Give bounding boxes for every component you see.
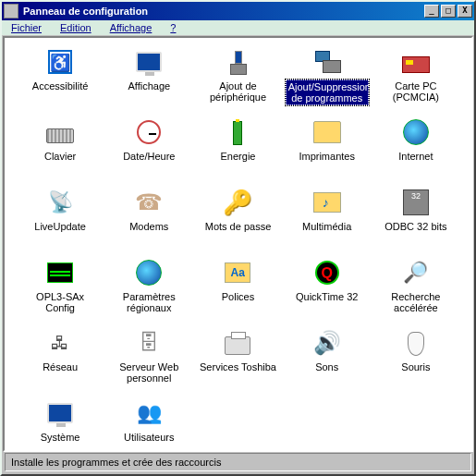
cpl-item-odbc[interactable]: 32ODBC 32 bits	[372, 186, 460, 256]
add-hardware-icon	[223, 47, 252, 77]
cpl-item-label: Affichage	[126, 79, 172, 92]
menu-view[interactable]: Affichage	[110, 22, 153, 33]
liveupdate-icon: 📡	[45, 188, 75, 217]
cpl-item-multimedia[interactable]: Multimédia	[283, 186, 372, 256]
cpl-item-system[interactable]: Système	[16, 397, 104, 452]
cpl-item-label: Réseau	[41, 360, 79, 373]
add-remove-programs-icon	[312, 47, 342, 77]
cpl-item-opl3[interactable]: OPL3-SAx Config	[16, 256, 104, 326]
cpl-item-keyboard[interactable]: Clavier	[16, 116, 104, 186]
status-bar: Installe les programmes et crée des racc…	[5, 453, 471, 471]
window-title: Panneau de configuration	[21, 6, 422, 17]
cpl-item-label: Polices	[220, 290, 256, 303]
cpl-item-fonts[interactable]: Polices	[193, 256, 282, 326]
cpl-item-label: Recherche accélérée	[374, 290, 458, 314]
users-icon: 👥	[134, 398, 164, 428]
modems-icon: ☎	[134, 188, 164, 217]
icon-grid: ♿AccessibilitéAffichageAjout de périphér…	[16, 45, 460, 452]
keyboard-icon	[45, 117, 75, 147]
cpl-item-label: Ajout de périphérique	[196, 79, 279, 104]
multimedia-icon	[312, 188, 342, 217]
window-buttons: _ □ X	[422, 5, 472, 18]
menu-edit[interactable]: Edition	[60, 22, 92, 33]
cpl-item-pws[interactable]: 🗄Serveur Web personnel	[104, 326, 193, 397]
titlebar[interactable]: Panneau de configuration _ □ X	[2, 2, 474, 20]
cpl-item-network[interactable]: 🖧Réseau	[16, 326, 104, 397]
cpl-item-label: Système	[39, 431, 82, 444]
cpl-item-label: Clavier	[43, 150, 78, 163]
cpl-item-label: Sons	[313, 360, 340, 373]
menu-help[interactable]: ?	[170, 22, 176, 33]
cpl-item-label: Souris	[399, 360, 432, 373]
menu-file[interactable]: Fichier	[11, 22, 42, 33]
cpl-item-printers[interactable]: Imprimantes	[283, 116, 372, 186]
cpl-item-power[interactable]: Energie	[193, 116, 282, 186]
client-area: ♿AccessibilitéAffichageAjout de périphér…	[3, 36, 473, 452]
internet-icon	[401, 117, 431, 147]
cpl-item-label: QuickTime 32	[294, 290, 360, 303]
maximize-button[interactable]: □	[441, 5, 456, 18]
cpl-item-label: Accessibilité	[31, 79, 91, 92]
cpl-item-label: Imprimantes	[297, 150, 357, 163]
cpl-item-quicktime[interactable]: QQuickTime 32	[283, 256, 372, 326]
display-icon	[134, 47, 164, 77]
opl3-icon	[45, 258, 75, 287]
cpl-item-label: Multimédia	[300, 220, 353, 233]
cpl-item-label: Date/Heure	[121, 150, 177, 163]
cpl-item-label: Internet	[397, 150, 434, 163]
cpl-item-label: Serveur Web personnel	[107, 360, 190, 384]
cpl-item-label: LiveUpdate	[32, 220, 88, 233]
fonts-icon	[223, 258, 252, 287]
pcmcia-icon	[401, 47, 431, 77]
accessibility-icon: ♿	[45, 47, 75, 77]
regional-icon	[134, 258, 164, 287]
cpl-item-label: Mots de passe	[203, 220, 274, 233]
cpl-item-toshiba[interactable]: Services Toshiba	[193, 326, 282, 397]
system-icon	[45, 398, 75, 428]
cpl-item-label: Ajout/Suppression de programmes	[286, 79, 369, 105]
findfast-icon: 🔎	[401, 258, 431, 287]
close-button[interactable]: X	[458, 5, 472, 18]
menubar: Fichier Edition Affichage ?	[2, 20, 474, 35]
passwords-icon: 🔑	[223, 188, 252, 217]
cpl-item-label: Utilisateurs	[122, 431, 176, 444]
cpl-item-internet[interactable]: Internet	[372, 116, 460, 186]
cpl-item-date-time[interactable]: Date/Heure	[104, 116, 193, 186]
cpl-item-add-remove-programs[interactable]: Ajout/Suppression de programmes	[283, 45, 372, 116]
cpl-item-users[interactable]: 👥Utilisateurs	[104, 397, 193, 452]
cpl-item-label: Paramètres régionaux	[107, 290, 190, 314]
control-panel-window: Panneau de configuration _ □ X Fichier E…	[0, 0, 476, 476]
minimize-button[interactable]: _	[424, 5, 439, 18]
printers-icon	[312, 117, 342, 147]
date-time-icon	[134, 117, 164, 147]
power-icon	[223, 117, 252, 147]
cpl-item-sounds[interactable]: 🔊Sons	[283, 326, 372, 397]
odbc-icon: 32	[401, 188, 431, 217]
cpl-item-label: Energie	[219, 150, 258, 163]
cpl-item-pcmcia[interactable]: Carte PC (PCMCIA)	[372, 45, 460, 116]
cpl-item-display[interactable]: Affichage	[104, 45, 193, 116]
cpl-item-mouse[interactable]: Souris	[372, 326, 460, 397]
pws-icon: 🗄	[134, 328, 164, 358]
toshiba-icon	[223, 328, 252, 358]
cpl-item-passwords[interactable]: 🔑Mots de passe	[193, 186, 282, 256]
cpl-item-liveupdate[interactable]: 📡LiveUpdate	[16, 186, 104, 256]
cpl-item-label: Carte PC (PCMCIA)	[374, 79, 458, 104]
quicktime-icon: Q	[312, 258, 342, 287]
cpl-item-label: Services Toshiba	[198, 360, 278, 373]
cpl-item-label: Modems	[128, 220, 170, 233]
cpl-item-modems[interactable]: ☎Modems	[104, 186, 193, 256]
sounds-icon: 🔊	[312, 328, 342, 358]
window-icon	[4, 4, 18, 18]
mouse-icon	[401, 328, 431, 358]
network-icon: 🖧	[45, 328, 75, 358]
cpl-item-accessibility[interactable]: ♿Accessibilité	[16, 45, 104, 116]
cpl-item-add-hardware[interactable]: Ajout de périphérique	[193, 45, 282, 116]
cpl-item-findfast[interactable]: 🔎Recherche accélérée	[372, 256, 460, 326]
cpl-item-label: ODBC 32 bits	[383, 220, 448, 233]
cpl-item-regional[interactable]: Paramètres régionaux	[104, 256, 193, 326]
cpl-item-label: OPL3-SAx Config	[18, 290, 102, 314]
status-text: Installe les programmes et crée des racc…	[11, 457, 221, 468]
